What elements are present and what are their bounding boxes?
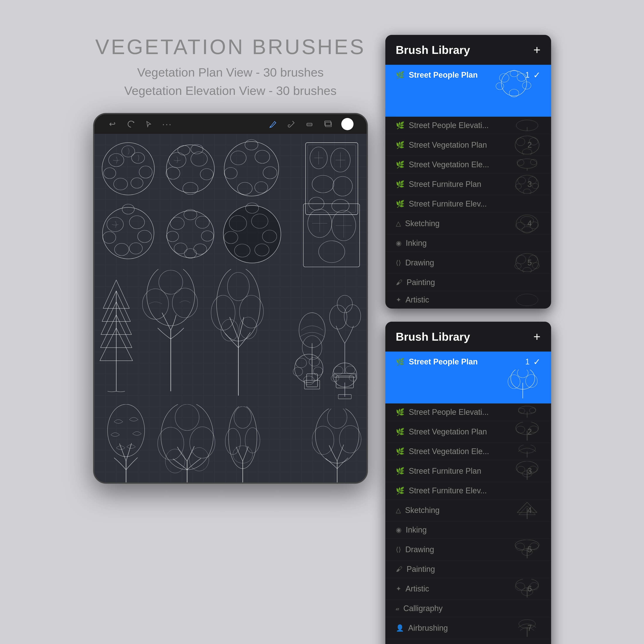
left-section: VEGETATION BRUSHES Vegetation Plan View …: [93, 35, 368, 484]
svg-point-32: [333, 176, 352, 196]
svg-point-146: [518, 177, 526, 184]
svg-point-162: [516, 294, 538, 306]
brush-row-street-veg-plan-2[interactable]: 🌿 Street Vegetation Plan 2: [385, 421, 551, 443]
brush-row-painting-2[interactable]: 🖌 Painting: [385, 560, 551, 578]
brush-row-artistic-2[interactable]: ✦ Artistic 6: [385, 578, 551, 600]
svg-point-22: [224, 167, 237, 179]
svg-point-12: [169, 152, 186, 168]
svg-point-41: [129, 243, 142, 254]
svg-point-125: [312, 426, 334, 454]
tablet-canvas[interactable]: [94, 134, 367, 482]
brush-row-drawing-1[interactable]: ⟨⟩ Drawing 5: [385, 252, 551, 274]
svg-point-151: [516, 215, 538, 232]
svg-point-152: [521, 216, 534, 225]
brush-row-street-veg-ele-1[interactable]: 🌿 Street Vegetation Ele...: [385, 156, 551, 173]
svg-point-78: [211, 295, 235, 330]
svg-point-45: [184, 209, 197, 220]
svg-point-106: [331, 375, 339, 382]
brush-row-sketching-2[interactable]: △ Sketching 4: [385, 499, 551, 521]
svg-point-14: [166, 167, 180, 179]
svg-point-49: [174, 243, 187, 254]
brush-row-textures-2[interactable]: ⊘ Textures: [385, 639, 551, 644]
redo-icon[interactable]: [126, 119, 135, 129]
toolbar-right: [268, 118, 354, 130]
brush-row-inking-1[interactable]: ◉ Inking: [385, 234, 551, 252]
svg-point-10: [122, 146, 135, 157]
svg-point-105: [345, 366, 355, 374]
brush-row-street-furn-plan-1[interactable]: 🌿 Street Furniture Plan 3: [385, 173, 551, 195]
brush-row-inking-2[interactable]: ◉ Inking: [385, 521, 551, 539]
svg-point-23: [263, 167, 277, 179]
title-area: VEGETATION BRUSHES Vegetation Plan View …: [95, 35, 366, 100]
selected-brush-row-2[interactable]: 🌿 Street People Plan 1 ✓: [385, 352, 551, 403]
undo-icon[interactable]: ↩: [108, 119, 117, 129]
brush-row-street-people-elev-2[interactable]: 🌿 Street People Elevati...: [385, 403, 551, 421]
selected-brush-row-1[interactable]: 🌿 Street People Plan 1 ✓: [385, 65, 551, 117]
svg-point-26: [245, 140, 258, 150]
svg-point-40: [114, 243, 129, 256]
brush-row-drawing-2[interactable]: ⟨⟩ Drawing 5: [385, 539, 551, 560]
svg-point-175: [529, 426, 538, 432]
main-title: VEGETATION BRUSHES: [95, 35, 366, 59]
brush-row-calligraphy-2[interactable]: 𝒶 Calligraphy: [385, 600, 551, 617]
brush-library-title-1: Brush Library: [396, 43, 470, 56]
more-options-icon[interactable]: ···: [162, 119, 172, 129]
svg-point-93: [344, 305, 361, 327]
svg-point-109: [108, 404, 145, 457]
brush-row-artistic-1[interactable]: ✦ Artistic: [385, 291, 551, 309]
pencil-tool-icon[interactable]: [268, 119, 278, 129]
subtitle-line-2: Vegetation Elevation View - 30 brushes: [95, 82, 366, 100]
selected-brush-name-2: Street People Plan: [409, 357, 525, 366]
svg-point-44: [170, 217, 184, 229]
svg-point-118: [229, 407, 257, 469]
svg-point-94: [337, 295, 352, 313]
brush-row-street-furn-ele-1[interactable]: 🌿 Street Furniture Elev...: [385, 195, 551, 213]
brush-library-panel-1: Brush Library + 🌿 Street People Plan 1 ✓: [385, 35, 551, 309]
svg-point-21: [255, 150, 270, 163]
svg-point-113: [190, 427, 215, 458]
svg-point-137: [515, 136, 539, 154]
eraser-tool-icon[interactable]: [305, 119, 314, 129]
layers-tool-icon[interactable]: [323, 119, 333, 129]
brush-library-header-2: Brush Library +: [385, 322, 551, 352]
brush-row-street-furn-ele-2[interactable]: 🌿 Street Furniture Elev...: [385, 482, 551, 499]
pointer-icon[interactable]: [144, 119, 154, 129]
svg-point-75: [159, 270, 183, 294]
svg-point-115: [165, 449, 185, 473]
svg-point-46: [195, 216, 209, 228]
tablet-toolbar: ↩ ···: [94, 114, 367, 134]
svg-point-39: [138, 230, 152, 243]
brush-tool-icon[interactable]: [286, 119, 296, 129]
brush-row-street-furn-plan-2[interactable]: 🌿 Street Furniture Plan 3: [385, 460, 551, 482]
brush-row-sketching-1[interactable]: △ Sketching 4: [385, 213, 551, 234]
svg-point-111: [161, 404, 213, 470]
svg-point-36: [107, 217, 123, 232]
svg-point-157: [516, 255, 526, 264]
add-brush-button-1[interactable]: +: [533, 43, 541, 57]
svg-point-129: [499, 73, 509, 82]
right-section: Brush Library + 🌿 Street People Plan 1 ✓: [385, 35, 551, 644]
svg-point-160: [532, 263, 539, 269]
brush-row-painting-1[interactable]: 🖌 Painting: [385, 274, 551, 291]
svg-point-53: [224, 206, 280, 263]
svg-point-99: [313, 367, 323, 375]
brush-row-airbrushing-2[interactable]: 👤 Airbrushing 7: [385, 617, 551, 639]
color-picker[interactable]: [341, 118, 354, 130]
brush-library-title-2: Brush Library: [396, 330, 470, 343]
add-brush-button-2[interactable]: +: [533, 330, 541, 344]
brush-row-street-people-elev-1[interactable]: 🌿 Street People Elevati...: [385, 117, 551, 134]
svg-point-120: [245, 428, 260, 453]
svg-point-37: [129, 216, 145, 229]
svg-point-24: [237, 182, 252, 195]
svg-point-134: [510, 70, 518, 77]
svg-point-167: [517, 370, 528, 378]
svg-point-7: [139, 166, 152, 178]
svg-point-149: [532, 183, 539, 189]
brush-row-street-veg-plan-1[interactable]: 🌿 Street Vegetation Plan 2: [385, 134, 551, 156]
svg-point-141: [517, 159, 537, 168]
svg-point-19: [224, 142, 279, 196]
svg-point-8: [114, 178, 128, 190]
svg-point-42: [122, 204, 134, 214]
brush-row-street-veg-ele-2[interactable]: 🌿 Street Vegetation Ele...: [385, 443, 551, 460]
svg-point-148: [515, 184, 521, 189]
